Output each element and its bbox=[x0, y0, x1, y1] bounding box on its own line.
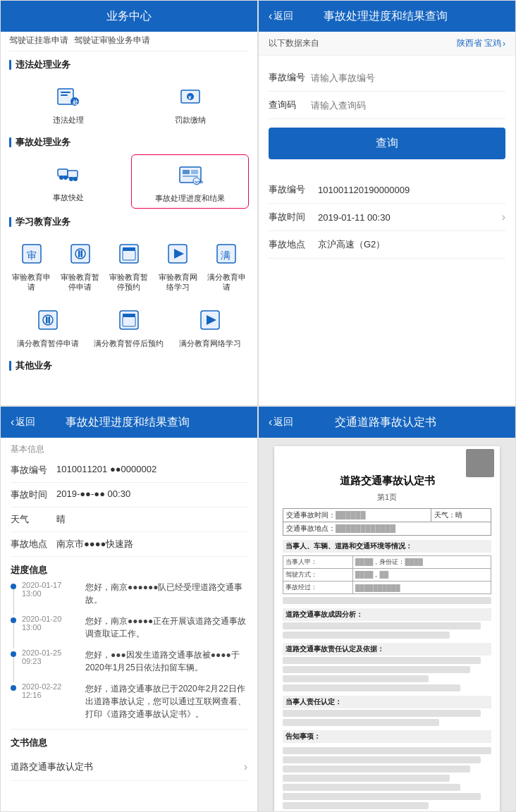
cert-party-resp-title: 当事人责任认定： bbox=[283, 696, 491, 708]
panel2-title: 事故处理进度和结果查询 bbox=[293, 9, 477, 24]
progress-title: 进度信息 bbox=[11, 557, 247, 581]
accident-quick-icon bbox=[55, 161, 82, 187]
icon-review-edu-apply[interactable]: 审 审验教育申请 bbox=[9, 234, 54, 297]
cert-paper: 道路交通事故认定书 第1页 交通事故时间：██████ 天气：晴 交通事故地点：… bbox=[274, 446, 500, 811]
panel4-back-btn[interactable]: ‹ 返回 bbox=[269, 416, 293, 429]
doc-row-0[interactable]: 道路交通事故认定书 › bbox=[11, 753, 247, 781]
svg-rect-1 bbox=[61, 92, 70, 93]
base-info-title: 基本信息 bbox=[11, 438, 247, 458]
panel2-back-label: 返回 bbox=[274, 10, 293, 23]
progress-accident-no-row: 事故编号 1010011201 ●●0000002 bbox=[11, 458, 247, 483]
accident-quick-label: 事故快处 bbox=[53, 192, 84, 202]
full-edu-online-icon bbox=[195, 304, 226, 336]
review-edu-pause-label: 审验教育暂停申请 bbox=[59, 272, 101, 293]
result-accident-no-label: 事故编号 bbox=[269, 183, 318, 196]
progress-weather-value: 晴 bbox=[56, 513, 247, 526]
edu-icon-8 bbox=[197, 307, 223, 333]
timeline-time-3: 2020-02-22 12:16 bbox=[22, 682, 85, 720]
cert-main-title: 道路交通事故认定书 bbox=[283, 474, 491, 488]
query-code-label: 查询码 bbox=[269, 99, 311, 111]
timeline-item-2: 2020-01-25 09:23 您好，●●●因发生道路交通事故被●●●●于20… bbox=[22, 648, 247, 674]
icon-accident-quick[interactable]: 事故快处 bbox=[9, 154, 127, 208]
svg-rect-11 bbox=[68, 171, 78, 178]
svg-rect-22 bbox=[71, 245, 90, 263]
cert-parties-table: 当事人甲： ████，身份证：████ 驾驶方式： ████，██ 事故经过： … bbox=[283, 555, 491, 594]
timeline-time-1: 2020-01-20 13:00 bbox=[22, 615, 85, 640]
cert-page-info: 第1页 bbox=[283, 492, 491, 503]
panel2-back-btn[interactable]: ‹ 返回 bbox=[269, 10, 293, 23]
panel4-chevron-icon: ‹ bbox=[269, 416, 272, 429]
timeline-time-2: 2020-01-25 09:23 bbox=[22, 648, 85, 674]
timeline-item-0: 2020-01-17 13:00 您好，南京●●●●●●队已经受理道路交通事故。 bbox=[22, 581, 247, 606]
svg-rect-28 bbox=[123, 247, 135, 251]
full-edu-pause-appt-label: 满分教育暂停后预约 bbox=[94, 338, 164, 348]
result-accident-place-label: 事故地点 bbox=[269, 238, 318, 251]
timeline-line-1 bbox=[13, 623, 14, 648]
panel1-title: 业务中心 bbox=[39, 9, 219, 24]
timeline-dot-0 bbox=[11, 584, 16, 589]
timeline-text-1: 您好，南京●●●●●正在开展该道路交通事故调查取证工作。 bbox=[85, 615, 247, 640]
edu-icon-6 bbox=[35, 307, 61, 333]
svg-rect-8 bbox=[58, 169, 68, 176]
accident-no-input[interactable] bbox=[311, 73, 505, 83]
cert-party-b-label: 驾驶方式： bbox=[283, 569, 353, 582]
svg-text:>>>: >>> bbox=[195, 180, 203, 185]
cert-footer-text bbox=[283, 747, 491, 809]
fine-pay-icon: ¥ bbox=[177, 83, 204, 110]
nav-license-review[interactable]: 驾驶证审验业务申请 bbox=[74, 35, 150, 47]
icon-full-edu-apply[interactable]: 满 满分教育申请 bbox=[204, 234, 249, 297]
icon-review-edu-online[interactable]: 审验教育网络学习 bbox=[156, 234, 200, 297]
cert-cause-text bbox=[283, 622, 491, 639]
result-accident-time-value: 2019-01-11 00:30 bbox=[318, 212, 502, 223]
query-button[interactable]: 查询 bbox=[269, 128, 505, 159]
progress-place-value: 南京市●●●●快速路 bbox=[56, 538, 247, 550]
result-accident-no-value: 101001120190000009 bbox=[318, 185, 505, 195]
icon-review-edu-appt[interactable]: 审验教育暂停预约 bbox=[106, 234, 151, 297]
biz-center-body: 驾驶证挂靠申请 驾驶证审验业务申请 违法处理业务 处 bbox=[1, 32, 257, 405]
svg-rect-2 bbox=[61, 94, 68, 96]
panel1-header: 业务中心 bbox=[1, 1, 257, 32]
result-accident-time-label: 事故时间 bbox=[269, 211, 318, 223]
icon-accident-progress[interactable]: >>> 事故处理进度和结果 bbox=[131, 154, 249, 208]
result-accident-time-row[interactable]: 事故时间 2019-01-11 00:30 › bbox=[269, 204, 505, 231]
icon-full-edu-pause-appt[interactable]: 满分教育暂停后预约 bbox=[90, 300, 167, 352]
icon-violation-handle[interactable]: 处 违法处理 bbox=[9, 77, 127, 129]
accident-no-label: 事故编号 bbox=[269, 71, 311, 84]
accident-query-body: 以下数据来自 陕西省 宝鸡 › 事故编号 查询码 查询 事 bbox=[259, 32, 515, 405]
timeline: 2020-01-17 13:00 您好，南京●●●●●●队已经受理道路交通事故。… bbox=[11, 581, 247, 720]
timeline-item-3: 2020-02-22 12:16 您好，道路交通事故已于2020年2月22日作出… bbox=[22, 682, 247, 720]
edu-icon-5: 满 bbox=[213, 240, 240, 267]
cert-header-time: 交通事故时间：██████ bbox=[283, 509, 431, 522]
timeline-line-2 bbox=[13, 657, 14, 682]
panel3-title: 事故处理进度和结果查询 bbox=[35, 415, 219, 430]
edu-icon-7 bbox=[116, 307, 142, 333]
cert-vehicle-label: 事故经过： bbox=[283, 582, 353, 594]
panel-accident-cert: ‹ 返回 交通道路事故认定书 道路交通事故认定书 第1页 交通事故时间：████… bbox=[258, 406, 516, 812]
icon-full-edu-pause[interactable]: 满分教育暂停申请 bbox=[9, 300, 86, 352]
edu-icon-2 bbox=[67, 240, 94, 267]
query-form: 事故编号 查询码 查询 bbox=[259, 56, 515, 176]
timeline-line-0 bbox=[13, 589, 14, 615]
nav-license-apply[interactable]: 驾驶证挂靠申请 bbox=[9, 35, 68, 47]
doc-arrow-0: › bbox=[244, 761, 247, 773]
query-code-row: 查询码 bbox=[269, 92, 505, 119]
query-code-input[interactable] bbox=[311, 100, 505, 111]
review-edu-appt-label: 审验教育暂停预约 bbox=[108, 272, 149, 293]
source-value[interactable]: 陕西省 宝鸡 › bbox=[457, 37, 505, 49]
svg-point-9 bbox=[59, 176, 63, 180]
panel4-back-label: 返回 bbox=[274, 416, 293, 429]
timeline-time-0: 2020-01-17 13:00 bbox=[22, 581, 85, 606]
panel3-back-btn[interactable]: ‹ 返回 bbox=[11, 416, 35, 429]
cert-header-place: 交通事故地点：████████████ bbox=[283, 522, 491, 536]
cert-resp-title: 道路交通事故责任认定及依据： bbox=[283, 643, 491, 656]
doc-title: 文书信息 bbox=[11, 729, 247, 753]
cert-party-a-label: 当事人甲： bbox=[283, 556, 353, 569]
icon-fine-pay[interactable]: ¥ 罚款缴纳 bbox=[131, 77, 249, 129]
panel-accident-progress: ‹ 返回 事故处理进度和结果查询 基本信息 事故编号 1010011201 ●●… bbox=[0, 406, 258, 812]
violation-handle-icon: 处 bbox=[55, 83, 82, 110]
icon-review-edu-pause[interactable]: 审验教育暂停申请 bbox=[58, 234, 102, 297]
panel3-header: ‹ 返回 事故处理进度和结果查询 bbox=[1, 407, 257, 438]
icon-full-edu-online[interactable]: 满分教育网络学习 bbox=[172, 300, 249, 352]
progress-accident-time-label: 事故时间 bbox=[11, 488, 56, 501]
cert-cause-title: 道路交通事故成因分析： bbox=[283, 608, 491, 621]
